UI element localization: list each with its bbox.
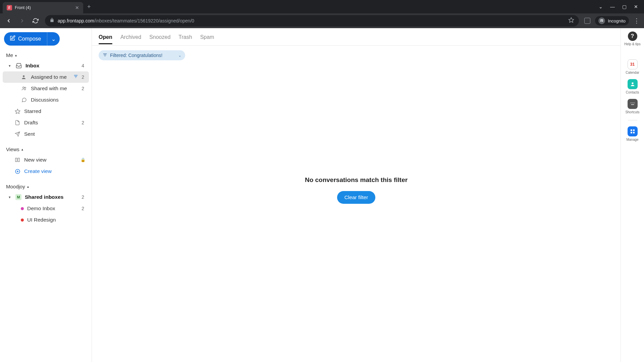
tab-archived[interactable]: Archived (120, 34, 141, 44)
tab-snoozed[interactable]: Snoozed (149, 34, 170, 44)
svg-rect-29 (633, 129, 635, 131)
sidebar-item-label: Demo Inbox (27, 205, 78, 212)
rail-shortcuts[interactable]: Shortcuts (621, 99, 644, 114)
rail-contacts[interactable]: Contacts (621, 79, 644, 94)
sidebar-item-count: 4 (82, 63, 86, 68)
rail-label: Manage (626, 138, 638, 141)
sidebar-item-shared-inboxes[interactable]: ▾ M Shared inboxes 2 (3, 191, 89, 203)
bookmark-star-icon[interactable] (568, 17, 574, 24)
sidebar-item-discussions[interactable]: Discussions (3, 94, 89, 106)
plus-circle-icon (14, 169, 21, 174)
incognito-badge[interactable]: Incognito (595, 16, 629, 25)
sidebar-item-label: Drafts (24, 120, 78, 126)
sidebar-item-create-view[interactable]: Create view (3, 166, 89, 177)
tab-open[interactable]: Open (99, 34, 112, 44)
minimize-icon[interactable]: ― (610, 4, 615, 9)
svg-point-20 (632, 82, 633, 84)
sidebar-item-count: 2 (82, 206, 86, 211)
apps-grid-icon (628, 126, 638, 136)
chevron-down-icon: ⌄ (178, 54, 181, 57)
close-window-icon[interactable]: ✕ (634, 4, 638, 9)
compose-icon (9, 35, 15, 43)
chat-icon (21, 97, 28, 103)
rail-calendar[interactable]: 31 Calendar (621, 59, 644, 74)
sidebar-item-inbox[interactable]: ▾ Inbox 4 (3, 60, 89, 71)
svg-rect-31 (633, 132, 635, 133)
rail-label: Calendar (626, 71, 639, 74)
svg-point-2 (602, 20, 603, 21)
sidebar-item-count: 2 (82, 86, 86, 91)
browser-menu-icon[interactable]: ⋮ (634, 17, 639, 24)
sidebar-item-shared-with-me[interactable]: Shared with me 2 (3, 83, 89, 94)
section-label: Moodjoy (6, 184, 25, 189)
forward-button[interactable] (18, 17, 26, 25)
sidebar-item-label: Assigned to me (31, 74, 70, 80)
draft-icon (14, 120, 21, 125)
sidebar-item-starred[interactable]: Starred (3, 106, 89, 117)
sidebar-item-label: Discussions (31, 97, 86, 103)
browser-tab[interactable]: F Front (4) ✕ (3, 2, 83, 13)
chevron-down-icon: ⌄ (51, 36, 56, 42)
rail-label: Shortcuts (625, 110, 639, 114)
rail-help[interactable]: ? Help & tips (621, 32, 644, 46)
svg-rect-12 (15, 158, 17, 162)
caret-up-icon: ▴ (15, 53, 17, 57)
window-controls: ⌄ ― ▢ ✕ (599, 4, 644, 9)
keyboard-icon (628, 99, 638, 109)
section-views[interactable]: Views ▴ (3, 144, 89, 154)
svg-point-7 (23, 87, 24, 88)
sidebar-item-drafts[interactable]: Drafts 2 (3, 117, 89, 128)
sidebar-item-assigned-to-me[interactable]: Assigned to me 2 (3, 71, 89, 83)
extensions-icon[interactable] (584, 18, 590, 24)
section-me[interactable]: Me ▴ (3, 50, 89, 60)
svg-marker-0 (569, 18, 574, 22)
address-bar[interactable]: app.frontapp.com/inboxes/teammates/15619… (45, 15, 579, 26)
empty-state: No conversations match this filter Clear… (92, 65, 621, 362)
sidebar-item-label: UI Redesign (27, 217, 86, 223)
rail-label: Contacts (626, 90, 639, 94)
columns-icon (14, 157, 21, 163)
caret-up-icon: ▴ (27, 185, 29, 188)
app-root: Compose ⌄ Me ▴ ▾ Inbox 4 Assigned to me (0, 28, 644, 362)
svg-rect-23 (631, 103, 632, 103)
sidebar-item-label: Shared inboxes (25, 194, 78, 200)
sidebar-item-sent[interactable]: Sent (3, 128, 89, 140)
star-icon (14, 109, 21, 114)
new-tab-button[interactable]: + (87, 3, 91, 10)
filter-icon (73, 74, 78, 80)
tab-trash[interactable]: Trash (178, 34, 192, 44)
chevron-down-icon: ▾ (7, 64, 12, 68)
send-icon (14, 131, 21, 137)
sidebar-item-label: New view (24, 157, 77, 163)
reload-button[interactable] (32, 17, 40, 25)
sidebar-item-demo-inbox[interactable]: Demo Inbox 2 (3, 203, 89, 214)
workspace-badge-icon: M (15, 194, 21, 200)
clear-filter-button[interactable]: Clear filter (337, 191, 376, 204)
caret-up-icon: ▴ (21, 147, 23, 151)
right-rail: ? Help & tips 31 Calendar Contacts Short… (621, 28, 644, 362)
tabs-dropdown-icon[interactable]: ⌄ (599, 4, 603, 9)
browser-chrome: F Front (4) ✕ + ⌄ ― ▢ ✕ app.frontapp.com… (0, 0, 644, 28)
incognito-label: Incognito (608, 18, 626, 23)
compose-button[interactable]: Compose ⌄ (4, 32, 60, 46)
svg-rect-30 (631, 132, 632, 133)
back-button[interactable] (5, 17, 13, 25)
sidebar-item-label: Starred (24, 108, 86, 114)
compose-dropdown[interactable]: ⌄ (47, 32, 60, 46)
main-panel: Open Archived Snoozed Trash Spam Filtere… (92, 28, 621, 362)
maximize-icon[interactable]: ▢ (622, 4, 627, 9)
sidebar-item-label: Inbox (25, 63, 78, 69)
section-workspace[interactable]: Moodjoy ▴ (3, 182, 89, 191)
lock-icon (50, 18, 54, 24)
sidebar: Compose ⌄ Me ▴ ▾ Inbox 4 Assigned to me (0, 28, 92, 362)
tab-spam[interactable]: Spam (200, 34, 214, 44)
filter-chip[interactable]: Filtered: Congratulations! ⌄ (99, 50, 185, 60)
sidebar-item-ui-redesign[interactable]: UI Redesign (3, 214, 89, 226)
tab-close-icon[interactable]: ✕ (75, 5, 79, 10)
section-label: Views (6, 146, 19, 152)
svg-marker-9 (15, 109, 20, 113)
sidebar-item-label: Sent (24, 131, 86, 137)
svg-rect-26 (634, 103, 635, 103)
rail-manage[interactable]: Manage (621, 126, 644, 141)
sidebar-item-new-view[interactable]: New view 🔒 (3, 154, 89, 166)
